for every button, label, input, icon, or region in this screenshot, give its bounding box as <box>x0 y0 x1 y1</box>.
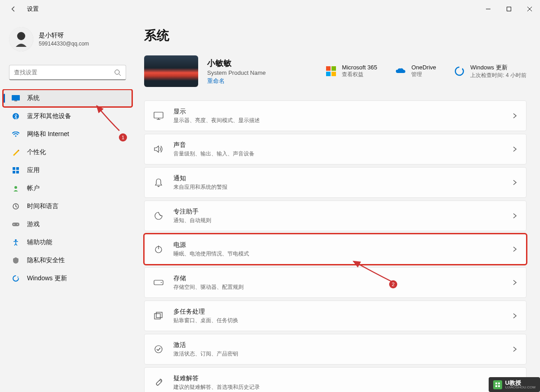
sidebar-item-privacy[interactable]: 隐私和安全性 <box>3 251 132 269</box>
settings-list: 显示显示器、亮度、夜间模式、显示描述声音音量级别、输出、输入、声音设备通知来自应… <box>144 100 526 392</box>
sidebar-item-accounts[interactable]: 帐户 <box>3 179 132 197</box>
svg-point-6 <box>115 70 119 74</box>
device-name: 小敏敏 <box>207 58 275 68</box>
sidebar-item-time[interactable]: 时间和语言 <box>3 197 132 215</box>
chevron-right-icon <box>513 146 517 152</box>
sidebar-item-label: 系统 <box>27 94 40 102</box>
service-sub: 管理 <box>411 71 436 78</box>
close-icon <box>527 7 532 11</box>
svg-point-16 <box>14 186 17 189</box>
sidebar-item-personalization[interactable]: 个性化 <box>3 143 132 161</box>
titlebar: 设置 <box>0 0 540 18</box>
setting-activation[interactable]: 激活激活状态、订阅、产品密钥 <box>144 334 526 365</box>
svg-point-19 <box>14 224 14 225</box>
sidebar-item-label: 个性化 <box>27 148 46 156</box>
sidebar-item-system[interactable]: 系统 <box>3 89 132 107</box>
device-row: 小敏敏 System Product Name 重命名 Microsoft 36… <box>144 55 526 87</box>
close-button[interactable] <box>519 0 540 18</box>
focus-icon <box>154 211 163 221</box>
profile-email: 599144330@qq.com <box>39 41 89 47</box>
chevron-right-icon <box>513 179 517 186</box>
search-input[interactable] <box>14 69 114 76</box>
svg-rect-12 <box>13 167 15 170</box>
maximize-button[interactable] <box>499 0 519 18</box>
apps-icon <box>12 166 20 174</box>
setting-sub: 存储空间、驱动器、配置规则 <box>173 283 513 291</box>
setting-sub: 贴靠窗口、桌面、任务切换 <box>173 317 513 324</box>
setting-title: 多任务处理 <box>173 308 513 316</box>
sidebar-item-apps[interactable]: 应用 <box>3 161 132 179</box>
svg-rect-8 <box>12 95 20 100</box>
system-icon <box>12 94 20 102</box>
back-button[interactable] <box>9 5 18 14</box>
setting-multitask[interactable]: 多任务处理贴靠窗口、桌面、任务切换 <box>144 301 526 331</box>
setting-sub: 建议的疑难解答、首选项和历史记录 <box>173 383 513 391</box>
service-sub: 查看权益 <box>342 71 377 78</box>
svg-point-37 <box>155 346 162 353</box>
setting-troubleshoot[interactable]: 疑难解答建议的疑难解答、首选项和历史记录 <box>144 367 526 392</box>
chevron-right-icon <box>513 313 517 319</box>
troubleshoot-icon <box>154 378 163 387</box>
setting-title: 疑难解答 <box>173 374 513 383</box>
service-m365[interactable]: Microsoft 365查看权益 <box>326 64 377 79</box>
device-product: System Product Name <box>207 69 275 76</box>
watermark-icon <box>493 380 502 389</box>
setting-sub: 显示器、亮度、夜间模式、显示描述 <box>173 117 513 124</box>
accessibility-icon <box>12 238 20 246</box>
multitask-icon <box>154 311 163 321</box>
sidebar-item-label: 隐私和安全性 <box>27 256 65 264</box>
winupdate-icon <box>454 66 465 77</box>
annotation-badge-1: 1 <box>119 133 127 141</box>
bluetooth-icon <box>12 112 20 120</box>
sidebar-item-label: 游戏 <box>27 220 40 228</box>
update-icon <box>12 274 20 283</box>
minimize-button[interactable] <box>478 0 499 18</box>
svg-rect-15 <box>16 171 19 173</box>
activation-icon <box>154 344 163 354</box>
minimize-icon <box>486 7 490 11</box>
setting-storage[interactable]: 存储存储空间、驱动器、配置规则 <box>144 267 526 298</box>
sidebar-item-label: 应用 <box>27 166 40 174</box>
profile-section[interactable]: 是小轩呀 599144330@qq.com <box>0 23 135 60</box>
setting-sub: 激活状态、订阅、产品密钥 <box>173 350 513 358</box>
svg-rect-1 <box>507 7 511 11</box>
service-winupdate[interactable]: Windows 更新上次检查时间: 4 小时前 <box>454 64 526 79</box>
sidebar-item-network[interactable]: 网络和 Internet <box>3 125 132 143</box>
service-title: OneDrive <box>411 64 436 71</box>
svg-point-34 <box>161 282 162 283</box>
setting-focus[interactable]: 专注助手通知、自动规则 <box>144 201 526 231</box>
setting-title: 激活 <box>173 341 513 349</box>
service-onedrive[interactable]: OneDrive管理 <box>395 64 436 79</box>
svg-point-21 <box>15 239 17 241</box>
sidebar-item-bluetooth[interactable]: 蓝牙和其他设备 <box>3 107 132 125</box>
sidebar-item-label: Windows 更新 <box>27 274 67 283</box>
setting-title: 存储 <box>173 274 513 283</box>
sidebar-item-label: 蓝牙和其他设备 <box>27 112 71 120</box>
svg-rect-35 <box>154 314 160 319</box>
search-box[interactable] <box>9 65 126 80</box>
svg-rect-14 <box>13 171 15 173</box>
rename-link[interactable]: 重命名 <box>207 77 275 85</box>
watermark: U教授 UJIAOSHOU.COM <box>489 377 540 392</box>
setting-title: 声音 <box>173 141 513 149</box>
sidebar-item-accessibility[interactable]: 辅助功能 <box>3 233 132 251</box>
svg-point-11 <box>15 136 17 137</box>
profile-name: 是小轩呀 <box>39 32 89 40</box>
setting-notifications[interactable]: 通知来自应用和系统的警报 <box>144 167 526 198</box>
setting-power[interactable]: 电源睡眠、电池使用情况、节电模式 <box>144 234 526 264</box>
page-title: 系统 <box>144 27 526 44</box>
svg-rect-40 <box>498 383 500 384</box>
sidebar-item-gaming[interactable]: 游戏 <box>3 215 132 233</box>
m365-icon <box>326 66 336 77</box>
svg-rect-25 <box>326 72 331 76</box>
sidebar: 是小轩呀 599144330@qq.com 系统蓝牙和其他设备网络和 Inter… <box>0 18 135 392</box>
svg-rect-24 <box>331 66 336 71</box>
annotation-badge-2: 2 <box>389 280 397 288</box>
setting-display[interactable]: 显示显示器、亮度、夜间模式、显示描述 <box>144 100 526 131</box>
onedrive-icon <box>395 66 406 77</box>
svg-rect-9 <box>14 100 17 101</box>
setting-sub: 睡眠、电池使用情况、节电模式 <box>173 250 513 258</box>
svg-point-20 <box>17 224 18 225</box>
setting-sound[interactable]: 声音音量级别、输出、输入、声音设备 <box>144 134 526 164</box>
sidebar-item-update[interactable]: Windows 更新 <box>3 269 132 287</box>
